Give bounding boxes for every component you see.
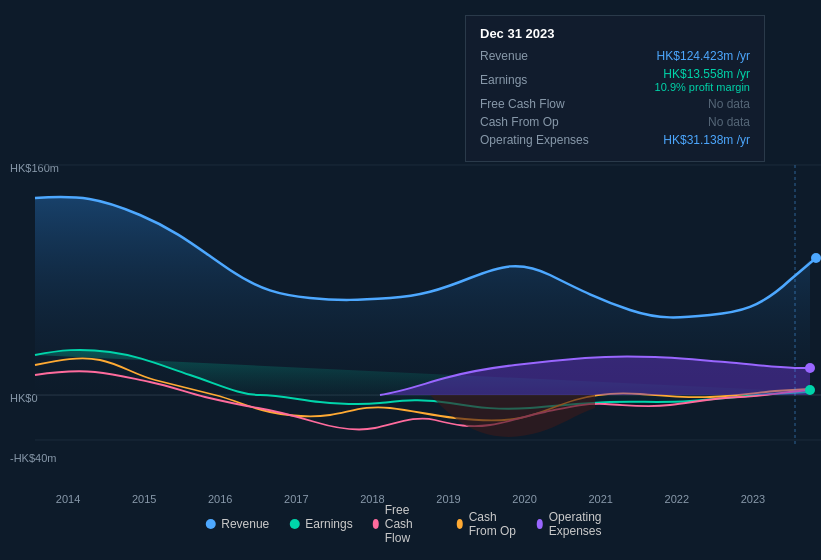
legend-dot-opex xyxy=(537,519,543,529)
legend-dot-cashop xyxy=(457,519,463,529)
tooltip-box: Dec 31 2023 Revenue HK$124.423m /yr Earn… xyxy=(465,15,765,162)
x-label-2023: 2023 xyxy=(741,493,765,505)
legend-dot-fcf xyxy=(373,519,379,529)
legend-dot-earnings xyxy=(289,519,299,529)
tooltip-value-earnings: HK$13.558m /yr xyxy=(655,67,750,81)
tooltip-label-cashop: Cash From Op xyxy=(480,115,600,129)
tooltip-label-revenue: Revenue xyxy=(480,49,600,63)
tooltip-title: Dec 31 2023 xyxy=(480,26,750,41)
legend-label-revenue: Revenue xyxy=(221,517,269,531)
tooltip-value-fcf: No data xyxy=(708,97,750,111)
chart-svg xyxy=(0,160,821,470)
chart-legend: Revenue Earnings Free Cash Flow Cash Fro… xyxy=(205,503,616,545)
legend-item-cashop[interactable]: Cash From Op xyxy=(457,510,517,538)
tooltip-row-cashop: Cash From Op No data xyxy=(480,115,750,129)
legend-label-opex: Operating Expenses xyxy=(549,510,616,538)
legend-label-earnings: Earnings xyxy=(305,517,352,531)
tooltip-value-revenue: HK$124.423m /yr xyxy=(657,49,750,63)
tooltip-label-earnings: Earnings xyxy=(480,73,600,87)
tooltip-row-revenue: Revenue HK$124.423m /yr xyxy=(480,49,750,63)
legend-item-fcf[interactable]: Free Cash Flow xyxy=(373,503,437,545)
legend-item-revenue[interactable]: Revenue xyxy=(205,517,269,531)
legend-item-opex[interactable]: Operating Expenses xyxy=(537,510,616,538)
tooltip-row-earnings: Earnings HK$13.558m /yr 10.9% profit mar… xyxy=(480,67,750,93)
tooltip-value-cashop: No data xyxy=(708,115,750,129)
x-label-2014: 2014 xyxy=(56,493,80,505)
tooltip-label-fcf: Free Cash Flow xyxy=(480,97,600,111)
x-label-2015: 2015 xyxy=(132,493,156,505)
tooltip-row-opex: Operating Expenses HK$31.138m /yr xyxy=(480,133,750,147)
svg-point-6 xyxy=(805,385,815,395)
svg-point-5 xyxy=(805,363,815,373)
tooltip-profit-margin: 10.9% profit margin xyxy=(655,81,750,93)
tooltip-row-fcf: Free Cash Flow No data xyxy=(480,97,750,111)
svg-point-4 xyxy=(811,253,821,263)
chart-container: Dec 31 2023 Revenue HK$124.423m /yr Earn… xyxy=(0,0,821,560)
tooltip-label-opex: Operating Expenses xyxy=(480,133,600,147)
legend-item-earnings[interactable]: Earnings xyxy=(289,517,352,531)
x-label-2022: 2022 xyxy=(665,493,689,505)
legend-label-cashop: Cash From Op xyxy=(469,510,517,538)
legend-label-fcf: Free Cash Flow xyxy=(385,503,437,545)
tooltip-value-opex: HK$31.138m /yr xyxy=(663,133,750,147)
tooltip-earnings-group: HK$13.558m /yr 10.9% profit margin xyxy=(655,67,750,93)
legend-dot-revenue xyxy=(205,519,215,529)
